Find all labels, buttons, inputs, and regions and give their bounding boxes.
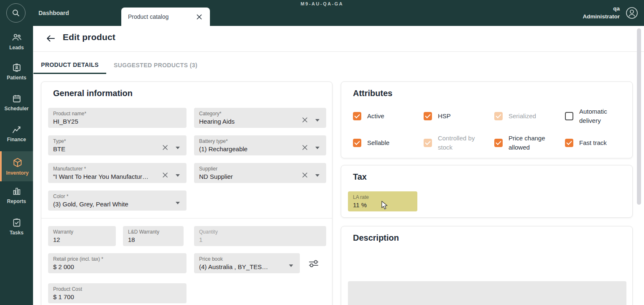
sidebar-item-leads[interactable]: Leads (0, 33, 33, 51)
checkbox-price-change-allowed[interactable]: Price change allowed (494, 132, 565, 154)
search-icon (11, 8, 20, 18)
checkbox-active[interactable]: Active (353, 105, 424, 127)
clear-icon[interactable] (162, 145, 168, 152)
sidebar-item-label: Patients (7, 75, 26, 81)
field-value: $ 2 000 (53, 263, 181, 270)
chevron-down-icon[interactable] (176, 174, 180, 177)
tune-sliders-icon (307, 257, 320, 270)
checkbox-icon[interactable] (565, 139, 573, 147)
la-rate-field[interactable]: LA rate 11 % (348, 191, 417, 211)
attributes-grid: Active HSP Serialized Automatic delivery… (353, 105, 625, 154)
clear-icon[interactable] (162, 172, 168, 180)
page-header (33, 26, 644, 52)
view-tabs: PRODUCT DETAILS SUGGESTED PRODUCTS (3) (33, 56, 205, 74)
price-book-select[interactable]: Price book (4) Australia , BY_TES… (194, 253, 300, 273)
tab-product-catalog[interactable]: Product catalog (121, 8, 210, 26)
account-icon (625, 6, 639, 20)
clear-icon[interactable] (302, 145, 308, 152)
field-value: 11 % (353, 201, 412, 208)
chevron-down-icon[interactable] (289, 264, 293, 267)
tab-product-details[interactable]: PRODUCT DETAILS (33, 56, 106, 74)
field-label: Category* (199, 111, 321, 117)
field-label: Price book (199, 256, 295, 262)
field-value: (3) Gold, Grey, Pearl White (53, 201, 181, 208)
field-label: Retail price (incl. tax) * (53, 256, 181, 262)
ld-warranty-field[interactable]: L&D Warranty 18 (123, 226, 184, 246)
battery-type-select[interactable]: Battery type* (1) Rechargeable (194, 135, 326, 155)
checkbox-icon[interactable] (353, 112, 361, 120)
chevron-down-icon[interactable] (315, 119, 319, 122)
checkbox-icon[interactable] (494, 139, 503, 147)
checkbox-icon[interactable] (424, 112, 432, 120)
field-value: 12 (53, 236, 111, 243)
back-button[interactable] (45, 33, 57, 44)
field-label: Warranty (53, 229, 111, 235)
checkbox-controlled-by-stock: Controlled by stock (424, 132, 494, 154)
general-information-card: General information Product name* HI_BY2… (41, 81, 332, 305)
field-label: Color * (53, 193, 181, 199)
checkbox-sellable[interactable]: Sellable (353, 132, 424, 154)
tab-suggested-products[interactable]: SUGGESTED PRODUCTS (3) (106, 56, 205, 74)
patient-card-icon (12, 63, 22, 73)
type-select[interactable]: Type* BTE (48, 135, 187, 155)
sidebar-item-label: Leads (9, 45, 24, 51)
category-select[interactable]: Category* Hearing Aids (194, 108, 326, 128)
checkbox-label: Price change allowed (509, 134, 555, 152)
clear-icon[interactable] (302, 117, 308, 125)
tax-card: Tax LA rate 11 % (341, 165, 633, 218)
checkbox-hsp[interactable]: HSP (424, 105, 494, 127)
chevron-down-icon[interactable] (315, 147, 319, 149)
sidebar-item-label: Tasks (10, 230, 23, 236)
checkbox-icon[interactable] (353, 139, 361, 147)
field-value: 1 (199, 236, 321, 243)
checkbox-fast-track[interactable]: Fast track (565, 132, 625, 154)
sidebar-item-finance[interactable]: Finance (0, 125, 33, 142)
product-name-field[interactable]: Product name* HI_BY25 (48, 108, 187, 128)
checkbox-label: Sellable (367, 138, 389, 147)
checkbox-label: HSP (438, 112, 451, 121)
sidebar-item-scheduler[interactable]: Scheduler (0, 94, 33, 112)
field-label: L&D Warranty (128, 229, 179, 235)
sidebar-item-patients[interactable]: Patients (0, 63, 33, 81)
sidebar-item-label: Finance (7, 137, 26, 142)
description-textarea[interactable] (348, 281, 626, 305)
sidebar: Leads Patients Scheduler Finance Invento… (0, 26, 33, 305)
sidebar-item-label: Scheduler (4, 106, 28, 112)
sidebar-item-tasks[interactable]: Tasks (0, 218, 33, 236)
checkbox-icon (494, 112, 503, 120)
trending-chart-icon (11, 125, 22, 135)
sidebar-item-inventory[interactable]: Inventory (0, 151, 33, 181)
checkbox-label: Controlled by stock (438, 134, 485, 152)
price-settings-button[interactable] (307, 257, 320, 270)
top-bar: Dashboard M9-AU-QA-GA Product catalog qa… (0, 0, 644, 26)
sidebar-item-reports[interactable]: Reports (0, 186, 33, 204)
environment-label: M9-AU-QA-GA (0, 1, 644, 6)
vertical-scrollbar[interactable] (637, 28, 641, 205)
card-title: Description (353, 233, 399, 243)
user-name: qa Administrator (583, 5, 620, 20)
checkbox-icon[interactable] (565, 112, 573, 120)
chevron-down-icon[interactable] (176, 202, 180, 204)
field-value: (4) Australia , BY_TES… (199, 263, 295, 270)
manufacturer-select[interactable]: Manufacturer * "I Want To Hear You Manuf… (48, 163, 187, 183)
quantity-field: Quantity 1 (194, 226, 326, 246)
warranty-field[interactable]: Warranty 12 (48, 226, 116, 246)
clear-icon[interactable] (302, 172, 308, 180)
checkbox-automatic-delivery[interactable]: Automatic delivery (565, 105, 625, 127)
arrow-left-icon (45, 33, 56, 43)
field-value: HI_BY25 (53, 118, 181, 125)
field-label: Quantity (199, 229, 321, 235)
supplier-select[interactable]: Supplier ND Supplier (194, 163, 326, 183)
chevron-down-icon[interactable] (315, 174, 319, 177)
user-menu-button[interactable] (625, 6, 639, 20)
retail-price-field[interactable]: Retail price (incl. tax) * $ 2 000 (48, 253, 187, 273)
cube-icon (12, 157, 23, 168)
calendar-icon (12, 94, 22, 104)
product-cost-field[interactable]: Product Cost $ 1 700 (48, 283, 187, 303)
color-select[interactable]: Color * (3) Gold, Grey, Pearl White (48, 191, 187, 211)
close-icon[interactable] (194, 12, 204, 22)
field-value: $ 1 700 (53, 293, 181, 300)
checkbox-label: Automatic delivery (579, 107, 625, 125)
chevron-down-icon[interactable] (176, 147, 180, 149)
attributes-card: Attributes Active HSP Serialized Automat… (341, 81, 633, 158)
